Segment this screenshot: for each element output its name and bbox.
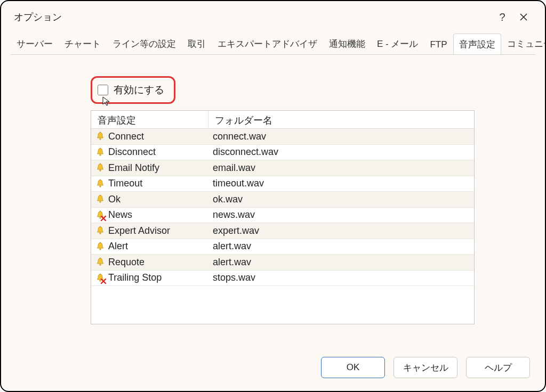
cell-event: Connect: [91, 129, 208, 144]
cell-file: alert.wav: [208, 255, 474, 270]
svg-point-8: [100, 201, 101, 203]
event-label: Timeout: [108, 178, 142, 189]
bell-icon: [95, 194, 105, 204]
dialog-footer: OK キャンセル ヘルプ: [1, 348, 545, 391]
table-row[interactable]: Newsnews.wav: [91, 208, 474, 224]
table-row[interactable]: Alertalert.wav: [91, 239, 474, 255]
event-label: Alert: [108, 241, 128, 252]
svg-point-4: [100, 170, 101, 172]
event-label: Expert Advisor: [108, 225, 170, 236]
enable-highlight: 有効にする: [91, 76, 175, 104]
table-row[interactable]: Email Notifyemail.wav: [91, 160, 474, 176]
svg-rect-9: [100, 195, 101, 196]
cell-event: Timeout: [91, 176, 208, 192]
cell-file: email.wav: [208, 160, 474, 176]
cell-file: news.wav: [208, 208, 474, 223]
table-row[interactable]: Disconnectdisconnect.wav: [91, 145, 474, 161]
cancel-button[interactable]: キャンセル: [394, 357, 457, 378]
svg-point-16: [100, 264, 101, 266]
sound-table: 音声設定 フォルダー名 Connectconnect.wavDisconnect…: [91, 110, 475, 324]
event-label: News: [108, 209, 132, 220]
table-body: Connectconnect.wavDisconnectdisconnect.w…: [91, 129, 474, 286]
tab-4[interactable]: エキスパートアドバイザ: [212, 33, 323, 54]
svg-rect-19: [100, 273, 101, 274]
svg-point-12: [100, 233, 101, 234]
bell-icon: [95, 226, 105, 235]
cell-file: expert.wav: [208, 223, 474, 239]
tab-7[interactable]: FTP: [424, 35, 453, 54]
enable-label: 有効にする: [114, 83, 164, 97]
tab-6[interactable]: E - メール: [371, 33, 424, 54]
cell-file: ok.wav: [208, 192, 474, 207]
svg-rect-7: [100, 179, 101, 180]
tab-9[interactable]: コミュニティ: [501, 33, 546, 54]
cell-event: Alert: [91, 239, 208, 255]
event-label: Ok: [108, 194, 121, 205]
svg-rect-5: [100, 164, 101, 165]
tab-panel-sound: 有効にする 音声設定 フォルダー名 Connectconnect.wavDisc…: [11, 54, 535, 348]
cursor-icon: [102, 96, 113, 107]
table-row[interactable]: Okok.wav: [91, 192, 474, 208]
event-label: Email Notify: [108, 162, 159, 174]
bell-icon: [95, 257, 105, 267]
table-row[interactable]: Timeouttimeout.wav: [91, 176, 474, 192]
cell-file: alert.wav: [208, 239, 474, 255]
event-label: Trailing Stop: [108, 272, 162, 283]
svg-point-6: [100, 185, 101, 187]
help-button[interactable]: ヘルプ: [466, 357, 530, 378]
enable-checkbox[interactable]: [98, 85, 108, 95]
bell-muted-icon: [95, 210, 105, 220]
tab-2[interactable]: ライン等の設定: [107, 33, 182, 54]
svg-rect-3: [100, 148, 101, 149]
svg-rect-15: [100, 242, 101, 243]
table-row[interactable]: Expert Advisorexpert.wav: [91, 223, 474, 239]
svg-rect-11: [100, 210, 101, 211]
svg-point-14: [100, 248, 101, 250]
tab-1[interactable]: チャート: [59, 33, 107, 54]
table-row[interactable]: Requotealert.wav: [91, 255, 474, 271]
header-file[interactable]: フォルダー名: [208, 111, 474, 128]
options-dialog: オプション ? サーバーチャートライン等の設定取引エキスパートアドバイザ通知機能…: [0, 0, 546, 392]
cell-event: News: [91, 208, 208, 223]
bell-icon: [95, 242, 105, 251]
svg-rect-13: [100, 226, 101, 227]
table-row[interactable]: Connectconnect.wav: [91, 129, 474, 145]
close-icon[interactable]: [513, 6, 534, 28]
titlebar: オプション ?: [1, 1, 545, 31]
ok-button[interactable]: OK: [321, 357, 385, 378]
cell-event: Email Notify: [91, 160, 208, 176]
table-row[interactable]: Trailing Stopstops.wav: [91, 271, 474, 287]
window-title: オプション: [14, 11, 62, 23]
table-header: 音声設定 フォルダー名: [91, 111, 474, 129]
cell-event: Requote: [91, 255, 208, 270]
event-label: Connect: [108, 131, 144, 142]
bell-icon: [95, 163, 105, 173]
help-icon[interactable]: ?: [492, 6, 513, 28]
bell-icon: [95, 132, 105, 141]
cell-file: disconnect.wav: [208, 145, 474, 160]
tab-8[interactable]: 音声設定: [453, 34, 501, 55]
cell-file: stops.wav: [208, 271, 474, 286]
svg-rect-17: [100, 258, 101, 259]
cell-event: Disconnect: [91, 145, 208, 160]
cell-file: connect.wav: [208, 129, 474, 144]
svg-point-2: [100, 154, 101, 156]
tab-3[interactable]: 取引: [182, 33, 212, 54]
header-event[interactable]: 音声設定: [91, 111, 208, 128]
bell-icon: [95, 148, 105, 157]
bell-muted-icon: [95, 273, 105, 283]
tab-0[interactable]: サーバー: [11, 33, 59, 54]
tab-5[interactable]: 通知機能: [323, 33, 371, 54]
svg-rect-1: [100, 132, 101, 133]
cell-event: Expert Advisor: [91, 223, 208, 239]
event-label: Requote: [108, 257, 144, 268]
cell-event: Ok: [91, 192, 208, 207]
event-label: Disconnect: [108, 146, 156, 158]
cell-event: Trailing Stop: [91, 271, 208, 286]
tab-strip: サーバーチャートライン等の設定取引エキスパートアドバイザ通知機能E - メールF…: [1, 31, 545, 54]
cell-file: timeout.wav: [208, 176, 474, 192]
svg-point-0: [100, 138, 101, 140]
bell-icon: [95, 179, 105, 189]
